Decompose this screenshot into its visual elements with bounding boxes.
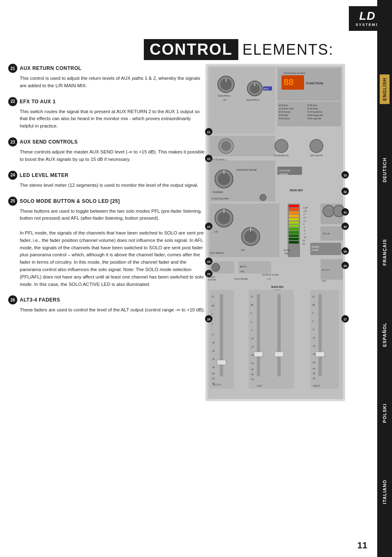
svg-text:AUX SENDS: AUX SENDS <box>210 252 224 254</box>
svg-text:-60: -60 <box>251 378 254 381</box>
section-21-title: AUX RETURN CONTROL <box>20 65 81 71</box>
section-23-header: 23 AUX SEND CONTROLS <box>8 137 205 146</box>
svg-rect-67 <box>289 225 299 227</box>
svg-text:DFX: DFX <box>264 88 269 90</box>
svg-point-32 <box>221 141 231 151</box>
svg-text:OUTPUT LEVEL: OUTPUT LEVEL <box>262 274 279 276</box>
svg-text:0: 0 <box>212 323 213 325</box>
svg-text:5: 5 <box>312 312 314 314</box>
svg-text:CTR ROOM: CTR ROOM <box>279 169 290 172</box>
svg-text:31: 31 <box>344 211 347 214</box>
svg-text:80-89 Flange+Verb: 80-89 Flange+Verb <box>307 114 323 116</box>
svg-rect-147 <box>316 352 325 357</box>
section-25-title: SOLO MODE BUTTON & SOLO LED [25] <box>20 198 120 204</box>
svg-rect-129 <box>254 352 263 357</box>
svg-text:5: 5 <box>212 313 213 315</box>
svg-text:-20: -20 <box>212 358 214 360</box>
lang-espanol[interactable]: ESPAÑOL <box>382 319 387 350</box>
svg-text:MAIN MIX: MAIN MIX <box>290 189 303 192</box>
section-25-num: 25 <box>8 197 17 206</box>
svg-text:-15: -15 <box>312 345 315 347</box>
svg-point-36 <box>310 139 323 153</box>
svg-text:AUX RTN 1: AUX RTN 1 <box>218 95 231 97</box>
section-25-body: These buttons are used to toggle between… <box>20 208 205 288</box>
language-sidebar: ENGLISH DEUTSCH FRANÇAIS ESPAÑOL POLSKI … <box>377 0 392 557</box>
svg-text:-30: -30 <box>302 243 305 245</box>
svg-text:■ PFL: ■ PFL <box>240 265 247 268</box>
svg-text:21: 21 <box>207 131 210 134</box>
svg-text:33: 33 <box>344 174 347 177</box>
svg-text:2TK: 2TK <box>322 280 326 282</box>
svg-text:ACTIVE: ACTIVE <box>208 278 216 281</box>
svg-rect-64 <box>289 215 299 217</box>
lang-francais[interactable]: FRANÇAIS <box>382 236 387 269</box>
section-21-body: This control is used to adjust the retur… <box>20 75 205 90</box>
section-23-body: These controls adjust the master AUX SEN… <box>20 149 205 163</box>
svg-rect-61 <box>289 205 299 207</box>
section-22-header: 22 EFX TO AUX 1 <box>8 97 205 106</box>
section-21: 21 AUX RETURN CONTROL This control is us… <box>8 64 205 90</box>
section-22-body: This switch routes the signal that is pr… <box>20 108 205 130</box>
mixer-svg: AUX RTN 1 +15 AUX RTN 2 DFX PROGRAM (PUS… <box>201 64 357 409</box>
svg-point-88 <box>323 205 334 217</box>
svg-text:PHONES: PHONES <box>213 191 223 193</box>
svg-text:2TK IN: 2TK IN <box>323 232 330 235</box>
section-26: 26 ALT3-4 FADERS These faders are used t… <box>8 295 205 314</box>
svg-text:88: 88 <box>284 77 293 87</box>
svg-text:SOLO MODE: SOLO MODE <box>234 278 248 280</box>
svg-text:-40: -40 <box>212 372 214 375</box>
lang-italiano[interactable]: ITALIANO <box>382 476 387 507</box>
lang-polski[interactable]: POLSKI <box>382 400 387 426</box>
svg-text:22: 22 <box>207 158 210 160</box>
svg-text:-60: -60 <box>312 372 315 375</box>
svg-text:-40: -40 <box>251 368 254 371</box>
logo-ld: LD <box>359 10 375 22</box>
section-21-header: 21 AUX RETURN CONTROL <box>8 64 205 73</box>
svg-text:5: 5 <box>251 312 252 314</box>
svg-rect-68 <box>289 228 299 230</box>
svg-text:10-19 Echo +Verb: 10-19 Echo +Verb <box>279 108 294 110</box>
svg-rect-72 <box>289 241 299 244</box>
svg-text:-7: -7 <box>303 233 305 235</box>
section-24: 24 LED LEVEL METER The stereo level mete… <box>8 171 205 189</box>
svg-text:RIGHT: RIGHT <box>313 385 321 387</box>
section-22: 22 EFX TO AUX 1 This switch routes the s… <box>8 97 205 130</box>
svg-text:SET: SET <box>284 252 289 255</box>
section-23: 23 AUX SEND CONTROLS These controls adju… <box>8 137 205 163</box>
svg-text:+15: +15 <box>240 249 245 251</box>
svg-text:+4: +4 <box>303 216 306 219</box>
svg-point-52 <box>218 212 230 224</box>
lang-deutsch[interactable]: DEUTSCH <box>382 154 387 186</box>
section-24-body: The stereo level meter (12 segments) is … <box>20 182 205 189</box>
page-number: 11 <box>357 540 367 551</box>
svg-text:TO MIX: TO MIX <box>311 249 319 251</box>
svg-text:-10: -10 <box>212 341 214 344</box>
svg-rect-128 <box>257 294 260 376</box>
svg-rect-127 <box>249 290 294 389</box>
section-23-num: 23 <box>8 137 17 146</box>
page-header: CONTROL ELEMENTS: <box>144 39 371 60</box>
svg-text:-20: -20 <box>312 353 315 355</box>
svg-text:0: 0 <box>303 223 304 225</box>
svg-text:27: 27 <box>344 318 347 321</box>
svg-point-40 <box>218 173 230 185</box>
svg-text:dB: dB <box>212 304 214 307</box>
section-24-header: 24 LED LEVEL METER <box>8 171 205 180</box>
svg-text:dB: dB <box>251 304 254 306</box>
svg-text:-30: -30 <box>312 361 315 364</box>
lang-english[interactable]: ENGLISH <box>380 74 390 104</box>
svg-text:26: 26 <box>207 318 210 321</box>
svg-text:30-39 Plate: 30-39 Plate <box>279 114 288 116</box>
svg-text:-2: -2 <box>303 226 305 229</box>
svg-text:32: 32 <box>344 190 347 193</box>
section-26-title: ALT3-4 FADERS <box>20 297 60 303</box>
svg-text:-15: -15 <box>251 346 254 348</box>
svg-text:+15: +15 <box>223 99 226 101</box>
svg-rect-130 <box>277 294 281 376</box>
svg-text:LEFT: LEFT <box>257 385 263 387</box>
svg-text:0: 0 <box>251 321 252 323</box>
svg-text:-5: -5 <box>251 329 253 332</box>
svg-text:LEVEL: LEVEL <box>284 249 291 251</box>
svg-text:25: 25 <box>207 273 210 276</box>
logo-systems: SYSTEMS <box>355 23 379 27</box>
